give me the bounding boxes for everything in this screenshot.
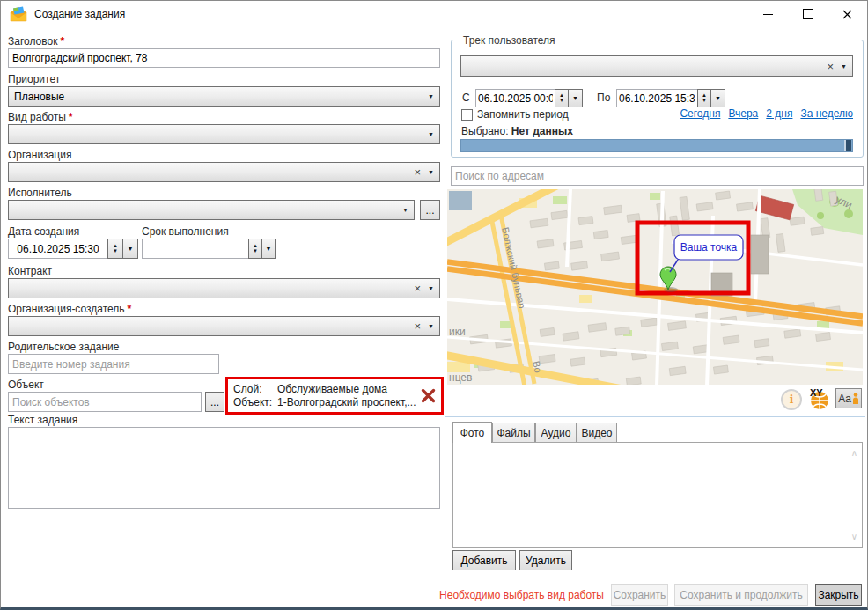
chevron-down-icon: ▼ (402, 207, 408, 213)
object-label: Объект (8, 378, 44, 391)
task-creation-dialog: Создание задания Заголовок* Приоритет Пл… (0, 0, 868, 610)
parent-task-label: Родительское задание (8, 341, 119, 353)
selection-object-label: Объект: (233, 396, 277, 408)
aa-label: Aa (838, 393, 851, 405)
street-label-ntsev: нцев (449, 371, 472, 384)
object-search-input[interactable] (8, 392, 202, 412)
priority-label: Приоритет (8, 73, 60, 85)
executor-browse-button[interactable]: ... (420, 200, 440, 220)
chevron-down-icon: ▼ (428, 169, 434, 175)
track-from-dropdown[interactable]: ▼ (568, 89, 583, 107)
window-title: Создание задания (34, 8, 125, 20)
add-button[interactable]: Добавить (452, 550, 516, 570)
selection-layer-label: Слой: (233, 383, 277, 395)
app-mail-icon (10, 6, 27, 22)
creator-org-label: Организация-создатель* (8, 303, 131, 315)
object-selection-box: Слой: Обслуживаемые дома Объект: 1-Волго… (225, 377, 444, 415)
track-user-select[interactable]: × ▼ (460, 55, 853, 77)
clear-icon[interactable]: × (414, 320, 421, 332)
track-to-input[interactable] (616, 89, 698, 107)
creation-date-spinner[interactable]: ▲▼ (107, 239, 123, 259)
track-slider[interactable] (460, 139, 853, 152)
info-button[interactable]: i (781, 389, 802, 410)
organization-label: Организация (8, 149, 71, 161)
creation-date-dropdown[interactable]: ▼ (122, 239, 138, 259)
track-from-spinner[interactable]: ▲▼ (555, 89, 569, 107)
photo-panel[interactable]: ∧ ∨ (452, 442, 863, 548)
tab-audio[interactable]: Аудио (535, 423, 577, 443)
deadline-input[interactable] (142, 239, 249, 259)
xy-coordinates-button[interactable]: XY (806, 386, 831, 411)
deadline-label: Срок выполнения (142, 225, 229, 238)
object-browse-button[interactable]: ... (205, 392, 224, 412)
clear-icon[interactable]: × (827, 61, 834, 72)
clear-icon[interactable]: × (414, 283, 421, 294)
person-icon (852, 393, 859, 405)
delete-button[interactable]: Удалить (519, 550, 572, 570)
save-button[interactable]: Сохранить (611, 584, 668, 606)
track-from-input[interactable] (475, 89, 555, 107)
parent-task-input[interactable] (8, 354, 219, 374)
executor-select[interactable]: ▼ (8, 200, 415, 220)
scroll-down-icon[interactable]: ∨ (851, 532, 857, 541)
tab-video[interactable]: Видео (577, 423, 617, 443)
header-input[interactable] (8, 48, 440, 68)
creation-date-input[interactable] (8, 239, 108, 259)
chevron-down-icon: ▼ (428, 131, 434, 137)
contract-select[interactable]: × ▼ (8, 278, 440, 298)
work-type-label: Вид работы* (8, 111, 72, 123)
chevron-down-icon: ▼ (428, 285, 434, 291)
spin-down-icon: ▼ (113, 249, 118, 254)
period-links: Сегодня Вчера 2 дня За неделю (547, 107, 853, 120)
tab-files[interactable]: Файлы (492, 423, 535, 443)
work-type-select[interactable]: ▼ (8, 124, 440, 144)
save-and-continue-button[interactable]: Сохранить и продолжить (674, 584, 808, 606)
spin-down-icon: ▼ (253, 249, 258, 254)
track-to-dropdown[interactable]: ▼ (710, 89, 725, 107)
validation-warning: Необходимо выбрать вид работы (353, 589, 604, 601)
maximize-button[interactable] (788, 1, 828, 27)
street-label-iki: ики (449, 326, 466, 338)
creation-date-label: Дата создания (8, 225, 79, 238)
remove-selection-icon[interactable] (421, 388, 436, 403)
chevron-down-icon: ▼ (841, 63, 847, 70)
user-track-title: Трек пользователя (459, 34, 560, 47)
globe-icon: XY (806, 386, 831, 411)
remember-period-checkbox[interactable] (461, 109, 473, 121)
required-asterisk: * (69, 111, 73, 123)
selected-status: Выбрано: Нет данных (461, 125, 573, 137)
minimize-button[interactable] (748, 1, 788, 27)
spin-down-icon: ▼ (559, 99, 564, 103)
priority-value: Плановые (14, 91, 428, 103)
info-icon: i (790, 393, 794, 406)
organization-select[interactable]: × ▼ (8, 162, 440, 182)
address-search-input[interactable] (451, 166, 864, 186)
link-yesterday[interactable]: Вчера (728, 107, 758, 120)
link-week[interactable]: За неделю (800, 107, 853, 120)
creator-org-select[interactable]: × ▼ (8, 316, 440, 336)
task-text-label: Текст задания (8, 414, 77, 426)
scroll-up-icon[interactable]: ∧ (851, 448, 857, 458)
chevron-down-icon: ▼ (428, 93, 434, 99)
close-icon (842, 10, 852, 19)
track-to-spinner[interactable]: ▲▼ (697, 89, 711, 107)
deadline-dropdown[interactable]: ▼ (261, 239, 276, 259)
clear-icon[interactable]: × (414, 166, 421, 178)
link-2days[interactable]: 2 дня (766, 107, 792, 120)
track-slider-handle[interactable] (844, 140, 851, 151)
close-dialog-button[interactable]: Закрыть (815, 584, 862, 606)
close-button[interactable] (828, 1, 867, 27)
task-text-input[interactable] (8, 427, 440, 509)
labels-toggle-button[interactable]: Aa (835, 388, 862, 408)
header-label: Заголовок* (8, 35, 64, 48)
deadline-spinner[interactable]: ▲▼ (248, 239, 262, 259)
required-asterisk: * (128, 303, 132, 315)
tab-photo[interactable]: Фото (452, 422, 492, 443)
map-canvas[interactable]: Волжский бульвар ики нцев Во ули Ваша то… (447, 189, 863, 385)
pin-shadow (664, 287, 678, 292)
required-asterisk: * (60, 35, 64, 48)
link-today[interactable]: Сегодня (680, 107, 720, 120)
priority-select[interactable]: Плановые ▼ (8, 86, 440, 107)
maximize-icon (803, 9, 813, 19)
minimize-icon (763, 14, 773, 15)
